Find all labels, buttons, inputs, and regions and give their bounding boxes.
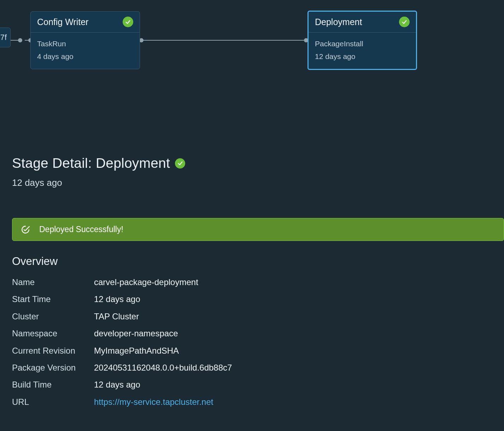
overview-table: Name carvel-package-deployment Start Tim…: [12, 276, 492, 409]
pipeline-node-age: 12 days ago: [315, 50, 410, 63]
stage-detail-title-stage: Deployment: [96, 155, 170, 171]
pipeline-node-deployment[interactable]: Deployment PackageInstall 12 days ago: [307, 11, 417, 70]
pipeline-node-title: Deployment: [315, 17, 362, 27]
stage-detail-title: Stage Detail: Deployment: [12, 155, 170, 171]
pipeline-node-title: Config Writer: [37, 17, 88, 27]
overview-value: MyImagePathAndSHA: [94, 344, 492, 358]
stage-detail-title-prefix: Stage Detail:: [12, 155, 96, 171]
overview-value: developer-namespace: [94, 327, 492, 340]
status-banner-message: Deployed Successfully!: [39, 225, 123, 234]
status-banner: Deployed Successfully!: [12, 218, 504, 241]
pipeline-node-config-writer[interactable]: Config Writer TaskRun 4 days ago: [30, 11, 140, 69]
overview-label: Namespace: [12, 327, 94, 340]
check-circle-icon: [21, 225, 30, 234]
overview-label: Start Time: [12, 293, 94, 306]
pipeline-node-partial[interactable]: 7f: [0, 28, 11, 47]
overview-label: Cluster: [12, 310, 94, 323]
stage-detail-panel: Stage Detail: Deployment 12 days ago Dep…: [0, 152, 504, 409]
overview-url-link[interactable]: https://my-service.tapcluster.net: [94, 395, 492, 409]
overview-value: 12 days ago: [94, 378, 492, 391]
overview-label: Build Time: [12, 378, 94, 391]
overview-label: Package Version: [12, 361, 94, 374]
svg-point-1: [18, 38, 22, 42]
pipeline-graph: 7f Config Writer TaskRun 4 days ago Depl…: [0, 0, 504, 152]
status-success-icon: [399, 17, 410, 27]
overview-value: TAP Cluster: [94, 310, 492, 323]
pipeline-node-age: 4 days ago: [37, 50, 133, 63]
pipeline-node-kind: PackageInstall: [315, 37, 410, 50]
status-success-icon: [175, 158, 185, 169]
overview-heading: Overview: [12, 255, 492, 268]
overview-label: URL: [12, 395, 94, 409]
overview-value: 12 days ago: [94, 293, 492, 306]
status-success-icon: [123, 17, 133, 27]
stage-detail-age: 12 days ago: [12, 177, 492, 188]
overview-value: carvel-package-deployment: [94, 276, 492, 289]
pipeline-node-kind: TaskRun: [37, 37, 133, 50]
overview-label: Current Revision: [12, 344, 94, 358]
overview-label: Name: [12, 276, 94, 289]
pipeline-node-partial-suffix: 7f: [0, 33, 7, 42]
overview-value: 20240531162048.0.0+build.6db88c7: [94, 361, 492, 374]
